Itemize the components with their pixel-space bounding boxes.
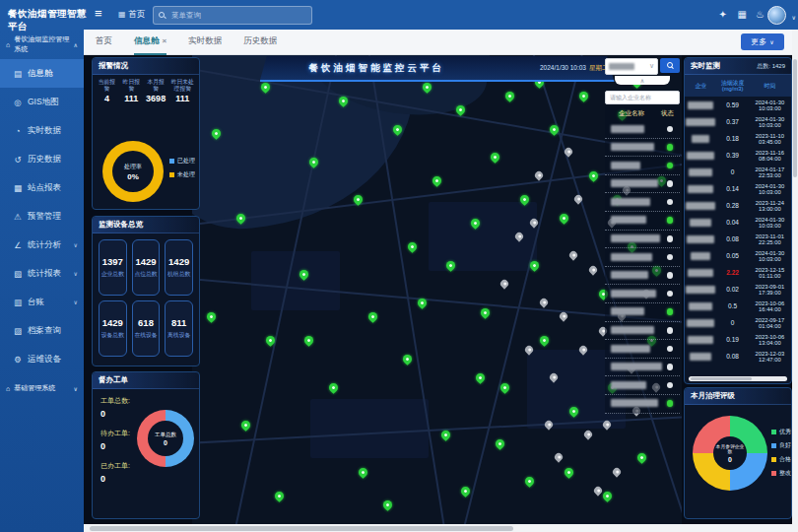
sidebar-item[interactable]: ⚙运维设备 xyxy=(0,345,84,373)
map-pin-online[interactable] xyxy=(602,490,615,502)
horizontal-scrollbar-thumb[interactable] xyxy=(90,526,513,531)
map-pin-online[interactable] xyxy=(479,306,492,319)
menu-search-input[interactable] xyxy=(169,10,306,21)
map-pin-online[interactable] xyxy=(357,466,369,479)
monitor-row[interactable]: 0.52023-10-06 16:44:00 xyxy=(685,298,791,314)
sidebar-section-main[interactable]: ⌂ 餐饮油烟监控管理系统 ∧ xyxy=(0,30,84,59)
map-pin-online[interactable] xyxy=(381,499,394,511)
company-row[interactable] xyxy=(605,340,680,359)
map-pin-online[interactable] xyxy=(558,212,570,225)
sidebar-item[interactable]: ▥台账∨ xyxy=(0,288,84,316)
map-pin-online[interactable] xyxy=(327,381,340,394)
close-icon[interactable]: × xyxy=(163,36,167,45)
map-canvas[interactable]: 餐饮油烟智能监控云平台 2024/1/30 10:03星期二 ∨ ∧ 企业名称状… xyxy=(192,54,682,524)
company-row[interactable] xyxy=(605,359,680,377)
sidebar-item[interactable]: ⚠预警管理 xyxy=(0,202,84,231)
map-pin-online[interactable] xyxy=(431,174,443,187)
hamburger-menu-icon[interactable]: ≡ xyxy=(95,6,102,21)
monitor-row[interactable]: 0.042024-01-30 10:03:00 xyxy=(685,214,791,231)
map-pin-offline[interactable] xyxy=(567,250,578,261)
map-pin-online[interactable] xyxy=(274,490,287,502)
map-pin-online[interactable] xyxy=(635,452,648,465)
company-search-button[interactable] xyxy=(660,58,680,73)
collapse-bar[interactable]: ∧ xyxy=(615,76,670,85)
company-select[interactable]: ∨ xyxy=(605,58,658,75)
sidebar-item[interactable]: ∠统计分析∨ xyxy=(0,231,84,259)
monitor-row[interactable]: 0.592024-01-30 10:03:00 xyxy=(685,97,791,113)
map-pin-online[interactable] xyxy=(587,169,600,182)
company-row[interactable] xyxy=(605,157,680,175)
monitor-row[interactable]: 0.082023-11-01 22:25:00 xyxy=(685,231,791,247)
map-pin-online[interactable] xyxy=(563,466,575,479)
company-search-input[interactable] xyxy=(605,91,680,104)
sidebar-item[interactable]: ▧统计报表∨ xyxy=(0,259,84,288)
map-pin-online[interactable] xyxy=(406,240,419,253)
flame-icon[interactable]: ♨ xyxy=(756,8,765,22)
monitor-row[interactable]: 0.192023-10-06 13:04:00 xyxy=(685,331,791,348)
company-row[interactable] xyxy=(605,285,680,303)
user-avatar[interactable] xyxy=(767,6,786,25)
company-row[interactable] xyxy=(605,193,680,212)
map-pin-offline[interactable] xyxy=(499,278,509,289)
company-row[interactable] xyxy=(605,231,680,249)
monitor-row[interactable]: 0.182023-11-10 03:45:00 xyxy=(685,130,791,147)
tab-实时数据[interactable]: 实时数据 xyxy=(188,29,222,55)
apps-icon[interactable]: ▦ xyxy=(738,8,747,22)
tab-首页[interactable]: 首页 xyxy=(96,29,112,55)
company-row[interactable] xyxy=(605,322,680,341)
monitor-row[interactable]: 02024-01-17 22:53:00 xyxy=(685,164,791,180)
sidebar-section-base[interactable]: ⌂ 基础管理系统 ∨ xyxy=(0,373,84,403)
horizontal-scrollbar[interactable] xyxy=(84,524,792,532)
sidebar-item[interactable]: ◔实时数据 xyxy=(0,116,84,145)
company-row[interactable] xyxy=(605,120,680,139)
more-button[interactable]: 更多∨ xyxy=(741,33,784,50)
vertical-scrollbar[interactable] xyxy=(792,30,798,532)
vertical-scrollbar-thumb[interactable] xyxy=(793,59,797,177)
map-pin-online[interactable] xyxy=(577,90,590,102)
tab-信息舱[interactable]: 信息舱× xyxy=(134,29,166,55)
monitor-row[interactable]: 2.222023-12-15 01:11:00 xyxy=(685,264,791,281)
map-pin-online[interactable] xyxy=(239,419,252,432)
map-pin-online[interactable] xyxy=(366,310,379,323)
monitor-hscrollbar[interactable] xyxy=(689,376,787,381)
map-pin-offline[interactable] xyxy=(612,466,623,477)
monitor-row[interactable]: 0.142024-01-30 10:03:00 xyxy=(685,180,791,197)
monitor-row[interactable]: 0.282023-11-24 13:00:00 xyxy=(685,197,791,214)
shield-icon[interactable]: ✦ xyxy=(719,8,727,22)
chevron-down-icon[interactable]: ∨ xyxy=(792,11,796,25)
sidebar-item[interactable]: ▦站点报表 xyxy=(0,173,84,202)
map-pin-offline[interactable] xyxy=(592,485,603,496)
map-pin-online[interactable] xyxy=(401,353,414,366)
tab-历史数据[interactable]: 历史数据 xyxy=(243,29,277,55)
sidebar-item[interactable]: ▨档案查询 xyxy=(0,316,84,345)
company-row[interactable] xyxy=(605,376,680,395)
map-pin-offline[interactable] xyxy=(538,297,549,307)
map-pin-online[interactable] xyxy=(302,334,315,347)
sidebar-item[interactable]: ↺历史数据 xyxy=(0,145,84,173)
sidebar-item[interactable]: ◎GIS地图 xyxy=(0,88,84,116)
map-pin-online[interactable] xyxy=(489,151,501,164)
map-pin-online[interactable] xyxy=(205,310,218,323)
monitor-row[interactable]: 0.392023-11-16 08:04:00 xyxy=(685,147,791,164)
company-row[interactable] xyxy=(605,248,680,267)
company-row[interactable] xyxy=(605,303,680,322)
company-row[interactable] xyxy=(605,267,680,286)
map-pin-online[interactable] xyxy=(538,334,551,347)
monitor-row[interactable]: 0.082023-12-03 12:47:00 xyxy=(685,348,791,365)
company-row[interactable] xyxy=(605,139,680,158)
home-nav[interactable]: ▦首页 xyxy=(118,9,146,21)
map-pin-online[interactable] xyxy=(503,90,516,102)
sidebar-item[interactable]: ▤信息舱 xyxy=(0,59,84,88)
company-row[interactable] xyxy=(605,175,680,194)
map-pin-offline[interactable] xyxy=(587,264,598,275)
map-pin-online[interactable] xyxy=(523,475,536,488)
map-pin-online[interactable] xyxy=(494,437,506,450)
monitor-row[interactable]: 0.372024-01-30 10:03:00 xyxy=(685,113,791,130)
map-pin-online[interactable] xyxy=(474,371,487,384)
company-row[interactable] xyxy=(605,212,680,231)
company-row[interactable] xyxy=(605,395,680,414)
monitor-row[interactable]: 0.022023-09-01 17:39:00 xyxy=(685,281,791,298)
map-pin-offline[interactable] xyxy=(582,429,593,439)
map-pin-offline[interactable] xyxy=(553,452,564,463)
monitor-row[interactable]: 02022-09-17 01:04:00 xyxy=(685,314,791,331)
